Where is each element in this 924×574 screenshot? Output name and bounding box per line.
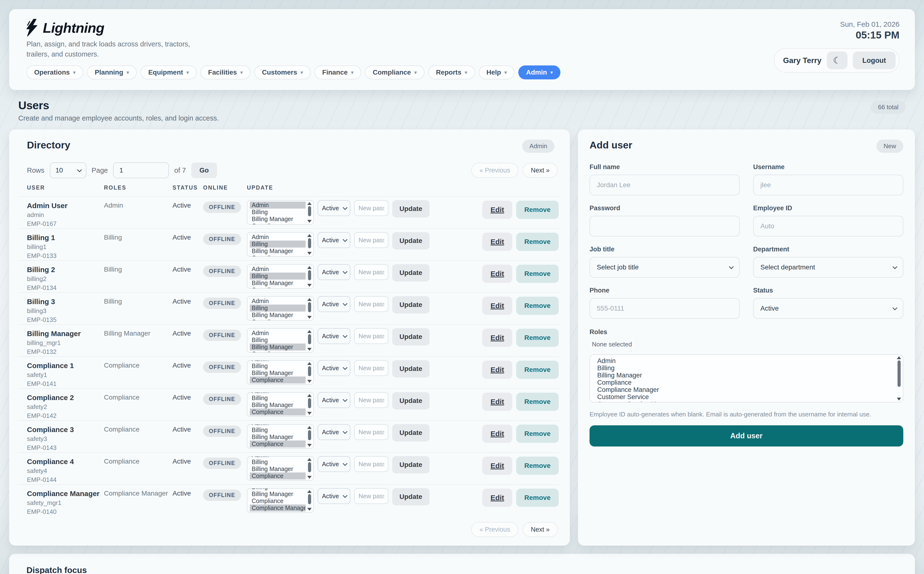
role-option[interactable]: Compliance Manager xyxy=(250,415,306,416)
scrollbar[interactable] xyxy=(306,329,313,352)
scrollbar-thumb[interactable] xyxy=(308,334,311,344)
scrollbar[interactable] xyxy=(306,393,313,416)
new-password-input[interactable] xyxy=(354,488,388,504)
scroll-down-arrow-icon[interactable] xyxy=(307,412,312,415)
page-number-input[interactable] xyxy=(113,162,169,178)
role-option[interactable]: Compliance xyxy=(595,379,895,386)
scroll-down-arrow-icon[interactable] xyxy=(307,220,312,223)
role-option[interactable]: Compliance xyxy=(250,497,306,505)
role-option[interactable]: Admin xyxy=(595,357,895,364)
role-option[interactable]: Billing xyxy=(250,337,306,344)
row-status-select[interactable]: Active xyxy=(318,424,350,440)
scrollbar[interactable] xyxy=(306,296,313,320)
role-option[interactable]: Billing xyxy=(250,394,306,402)
scroll-up-arrow-icon[interactable] xyxy=(307,394,312,397)
update-button[interactable]: Update xyxy=(392,328,429,345)
scrollbar[interactable] xyxy=(306,424,313,448)
scroll-down-arrow-icon[interactable] xyxy=(307,316,312,319)
role-option[interactable]: Compliance Manager xyxy=(250,448,306,448)
scroll-up-arrow-icon[interactable] xyxy=(897,356,901,359)
nav-item-reports[interactable]: Reports▾ xyxy=(428,65,475,79)
update-button[interactable]: Update xyxy=(392,296,429,314)
role-option[interactable]: Compliance Manager xyxy=(250,383,306,384)
role-option[interactable]: Compliance xyxy=(250,408,306,415)
remove-button[interactable]: Remove xyxy=(516,233,559,251)
role-option[interactable]: Billing Manager xyxy=(595,372,895,379)
role-option[interactable]: Billing xyxy=(250,427,306,434)
role-option[interactable]: Billing Manager xyxy=(250,216,306,222)
scroll-down-arrow-icon[interactable] xyxy=(307,476,312,479)
role-option[interactable]: Compliance xyxy=(250,254,306,256)
nav-item-admin[interactable]: Admin▾ xyxy=(518,65,560,79)
roles-listbox[interactable]: AdminBillingBilling ManagerComplianceCom… xyxy=(247,424,314,449)
scroll-up-arrow-icon[interactable] xyxy=(307,298,312,301)
phone-field[interactable] xyxy=(590,298,740,319)
row-status-select[interactable]: Active xyxy=(318,360,350,376)
role-option[interactable]: Admin xyxy=(250,298,306,304)
scrollbar-thumb[interactable] xyxy=(308,430,311,440)
roles-multiselect[interactable]: AdminBillingBilling ManagerComplianceCom… xyxy=(590,354,903,402)
row-status-select[interactable]: Active xyxy=(318,328,350,344)
logout-button[interactable]: Logout xyxy=(853,52,896,69)
remove-button[interactable]: Remove xyxy=(516,489,559,507)
role-option[interactable]: Billing Manager xyxy=(250,434,306,440)
scrollbar-thumb[interactable] xyxy=(308,494,311,504)
role-option[interactable]: Billing Manager xyxy=(250,465,306,473)
update-button[interactable]: Update xyxy=(392,200,429,218)
edit-button[interactable]: Edit xyxy=(482,489,512,507)
role-option[interactable]: Compliance xyxy=(250,473,306,479)
role-option[interactable]: Compliance Manager xyxy=(250,479,306,480)
role-option[interactable]: Billing Manager xyxy=(250,248,306,254)
new-password-input[interactable] xyxy=(354,360,388,376)
role-option[interactable]: Compliance xyxy=(250,287,306,288)
role-option[interactable]: Admin xyxy=(250,424,306,427)
role-option[interactable]: Admin xyxy=(250,361,306,363)
new-password-input[interactable] xyxy=(354,296,388,312)
role-option[interactable]: Admin xyxy=(250,330,306,337)
job-title-select[interactable]: Select job title xyxy=(590,257,740,278)
update-button[interactable]: Update xyxy=(392,424,429,442)
scrollbar-thumb[interactable] xyxy=(308,366,311,376)
role-option[interactable]: Billing xyxy=(250,273,306,279)
next-page-button[interactable]: Next » xyxy=(523,522,558,537)
row-status-select[interactable]: Active xyxy=(318,456,350,472)
role-option[interactable]: Billing Manager xyxy=(250,279,306,287)
role-option[interactable]: Admin xyxy=(250,202,306,208)
scrollbar[interactable] xyxy=(306,489,313,512)
role-option[interactable]: Customer Service xyxy=(595,393,895,401)
scrollbar-thumb[interactable] xyxy=(308,238,311,248)
edit-button[interactable]: Edit xyxy=(482,265,512,283)
department-select[interactable]: Select department xyxy=(753,257,903,278)
row-status-select[interactable]: Active xyxy=(318,232,350,248)
scrollbar[interactable] xyxy=(306,361,313,384)
remove-button[interactable]: Remove xyxy=(516,424,559,443)
scroll-down-arrow-icon[interactable] xyxy=(307,380,312,383)
update-button[interactable]: Update xyxy=(392,232,429,249)
role-option[interactable]: Compliance xyxy=(250,222,306,224)
rows-per-page-select[interactable]: 10 xyxy=(50,162,87,178)
edit-button[interactable]: Edit xyxy=(482,393,512,411)
scroll-up-arrow-icon[interactable] xyxy=(307,458,312,461)
remove-button[interactable]: Remove xyxy=(516,457,559,475)
role-option[interactable]: Compliance xyxy=(250,377,306,383)
edit-button[interactable]: Edit xyxy=(482,201,512,219)
scrollbar-thumb[interactable] xyxy=(308,302,311,312)
status-select[interactable]: Active xyxy=(753,298,903,319)
scroll-down-arrow-icon[interactable] xyxy=(307,348,312,351)
new-password-input[interactable] xyxy=(354,200,388,216)
full-name-field[interactable] xyxy=(590,175,740,196)
scrollbar-thumb[interactable] xyxy=(308,206,311,216)
role-option[interactable]: Billing xyxy=(250,459,306,465)
scrollbar-thumb[interactable] xyxy=(308,270,311,280)
nav-item-finance[interactable]: Finance▾ xyxy=(314,65,361,79)
roles-listbox[interactable]: AdminBillingBilling ManagerComplianceCom… xyxy=(247,488,314,512)
add-user-button[interactable]: Add user xyxy=(590,425,903,446)
role-option[interactable]: Customer Service Manager xyxy=(595,401,895,402)
theme-toggle-button[interactable]: ☾ xyxy=(827,52,847,69)
roles-listbox[interactable]: AdminBillingBilling ManagerComplianceCom… xyxy=(247,392,314,417)
new-password-input[interactable] xyxy=(354,264,388,280)
scroll-up-arrow-icon[interactable] xyxy=(307,426,312,429)
role-option[interactable]: Billing Manager xyxy=(250,490,306,497)
scroll-up-arrow-icon[interactable] xyxy=(307,234,312,237)
scrollbar-thumb[interactable] xyxy=(308,398,311,408)
